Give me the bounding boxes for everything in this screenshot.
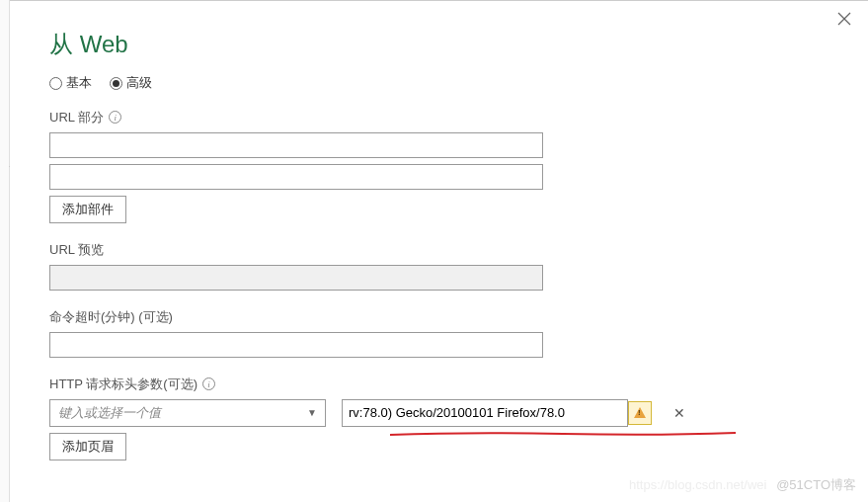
dialog-title: 从 Web [49, 29, 829, 60]
watermark-url: https://blog.csdn.net/wei [629, 477, 766, 492]
add-header-button[interactable]: 添加页眉 [49, 433, 126, 460]
watermark-text: @51CTO博客 [776, 477, 856, 492]
url-parts-label: URL 部分 i [49, 109, 829, 126]
radio-basic-label: 基本 [66, 74, 92, 92]
info-icon[interactable]: i [109, 111, 121, 124]
radio-advanced-label: 高级 [126, 74, 152, 92]
info-icon[interactable]: i [202, 377, 215, 390]
annotation-underline [390, 431, 736, 437]
url-preview-label: URL 预览 [49, 241, 829, 259]
warning-badge[interactable] [628, 401, 652, 425]
mode-radio-group: 基本 高级 [49, 74, 829, 93]
close-icon [837, 12, 851, 26]
http-headers-section: HTTP 请求标头参数(可选) i 键入或选择一个值 ▼ ✕ 添加页眉 [49, 376, 829, 460]
http-header-row: 键入或选择一个值 ▼ ✕ [49, 399, 829, 427]
header-value-input[interactable] [342, 399, 628, 427]
radio-basic[interactable]: 基本 [49, 74, 92, 92]
timeout-input[interactable] [49, 332, 543, 358]
url-part-input-2[interactable] [49, 164, 543, 190]
radio-advanced[interactable]: 高级 [110, 74, 152, 92]
timeout-label: 命令超时(分钟) (可选) [49, 308, 829, 326]
header-name-placeholder: 键入或选择一个值 [58, 404, 161, 422]
spreadsheet-left-edge [0, 0, 10, 502]
timeout-section: 命令超时(分钟) (可选) [49, 308, 829, 358]
remove-header-button[interactable]: ✕ [668, 405, 691, 421]
warning-icon [634, 407, 646, 418]
radio-basic-indicator [49, 77, 62, 90]
url-preview-field [49, 265, 543, 291]
add-url-part-button[interactable]: 添加部件 [49, 196, 126, 223]
radio-advanced-indicator [110, 77, 122, 90]
url-parts-section: URL 部分 i 添加部件 [49, 109, 829, 223]
header-name-dropdown[interactable]: 键入或选择一个值 ▼ [49, 399, 326, 427]
url-part-input-1[interactable] [49, 132, 543, 158]
from-web-dialog: 从 Web 基本 高级 URL 部分 i 添加部件 URL 预览 命令超时(分钟… [10, 0, 868, 502]
url-preview-section: URL 预览 [49, 241, 829, 291]
chevron-down-icon: ▼ [307, 407, 317, 418]
http-headers-label: HTTP 请求标头参数(可选) i [49, 376, 829, 393]
close-button[interactable] [834, 11, 854, 31]
watermark: https://blog.csdn.net/wei @51CTO博客 [629, 476, 856, 494]
